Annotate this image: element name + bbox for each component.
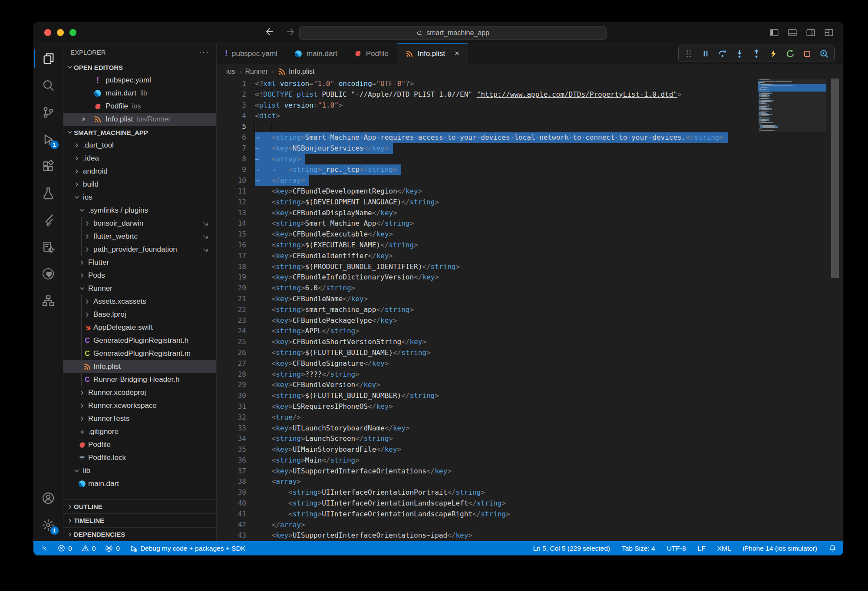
token: </ — [368, 230, 376, 238]
debug-stop-button[interactable] — [802, 49, 812, 59]
activity-source-control-button[interactable] — [34, 99, 63, 126]
status-tower[interactable]: 0 — [105, 545, 120, 552]
minimap[interactable] — [758, 79, 826, 131]
tree-item-Pods[interactable]: Pods — [63, 269, 216, 282]
minimize-window-icon[interactable] — [57, 29, 64, 36]
tree-item-.symlinks / plugins[interactable]: .symlinks / plugins — [63, 204, 216, 217]
activity-run-debug-button[interactable]: 1 — [34, 126, 63, 153]
tree-item-Base.lproj[interactable]: Base.lproj — [63, 308, 216, 321]
debug-step-into-button[interactable] — [735, 49, 744, 59]
tree-item-Runner.xcodeproj[interactable]: Runner.xcodeproj — [63, 386, 216, 399]
tree-item-Podfile.lock[interactable]: Podfile.lock — [63, 451, 216, 464]
status-label: 0 — [116, 545, 120, 552]
tab-main.dart[interactable]: main.dart — [286, 43, 346, 64]
zoom-window-icon[interactable] — [69, 29, 76, 36]
more-actions-icon[interactable]: ··· — [199, 48, 209, 57]
debug-pause-button[interactable] — [701, 49, 710, 59]
close-tab-icon[interactable]: × — [455, 49, 459, 58]
tree-item-flutter_webrtc[interactable]: flutter_webrtc — [63, 230, 216, 243]
tree-item-lib[interactable]: lib — [63, 464, 216, 477]
status-XML[interactable]: XML — [717, 545, 731, 552]
debug-restart-button[interactable] — [785, 49, 795, 59]
activity-explorer-button[interactable] — [34, 45, 63, 72]
section-timeline[interactable]: TIMELINE — [63, 513, 216, 527]
activity-github-button[interactable] — [34, 260, 63, 287]
status-LF[interactable]: LF — [698, 545, 706, 552]
activity-file-settings-button[interactable] — [34, 233, 63, 260]
activity-search-button[interactable] — [34, 72, 63, 99]
close-window-icon[interactable] — [44, 29, 51, 36]
tree-item-Podfile[interactable]: Podfile — [63, 438, 216, 451]
section-outline[interactable]: OUTLINE — [63, 499, 216, 513]
forward-arrow-icon[interactable] — [285, 26, 296, 37]
activity-settings-button[interactable]: 1 — [34, 512, 63, 538]
tree-item-Runner-Bridging-Header.h[interactable]: CRunner-Bridging-Header.h — [63, 373, 216, 386]
status-UTF-8[interactable]: UTF-8 — [667, 545, 686, 552]
back-arrow-icon[interactable] — [264, 26, 275, 37]
status-Tab Size: 4[interactable]: Tab Size: 4 — [622, 545, 655, 552]
tree-item-Runner[interactable]: Runner — [63, 282, 216, 295]
activity-flutter-button[interactable] — [34, 207, 63, 233]
open-editor-Info.plist[interactable]: ×Info.plistios/Runner — [63, 113, 216, 126]
activity-testing-button[interactable] — [34, 180, 63, 207]
breadcrumb-item[interactable]: ios — [226, 68, 235, 76]
activity-extensions-button[interactable] — [34, 153, 63, 180]
panel-bottom-icon[interactable] — [788, 28, 797, 37]
breadcrumb-item[interactable]: Runner — [245, 68, 267, 76]
panel-left-icon[interactable] — [769, 28, 779, 37]
section-dependencies[interactable]: DEPENDENCIES — [63, 527, 216, 541]
workspace-section[interactable]: SMART_MACHINE_APP — [63, 126, 216, 139]
activity-hierarchy-button[interactable] — [34, 287, 63, 314]
code-line-42: 42</array> — [217, 520, 843, 531]
debug-step-over-button[interactable] — [718, 49, 727, 59]
tab-Podfile[interactable]: Podfile — [346, 43, 397, 64]
tree-item-Flutter[interactable]: Flutter — [63, 256, 216, 269]
tree-item-main.dart[interactable]: main.dart — [63, 477, 216, 490]
tree-item-path_provider_foundation[interactable]: path_provider_foundation — [63, 243, 216, 256]
tree-item-AppDelegate.swift[interactable]: AppDelegate.swift — [63, 321, 216, 334]
status-error[interactable]: 0 — [58, 545, 72, 552]
breadcrumb-file[interactable]: Info.plist — [278, 68, 315, 76]
open-editors-section[interactable]: OPEN EDITORS — [63, 61, 216, 74]
tree-item-.idea[interactable]: .idea — [63, 152, 216, 165]
tree-item-Info.plist[interactable]: Info.plist — [63, 360, 216, 373]
file-path-desc: ios — [132, 102, 141, 110]
tree-item-.dart_tool[interactable]: .dart_tool — [63, 139, 216, 152]
tree-item-GeneratedPluginRegistrant.m[interactable]: CGeneratedPluginRegistrant.m — [63, 347, 216, 360]
tree-item-GeneratedPluginRegistrant.h[interactable]: CGeneratedPluginRegistrant.h — [63, 334, 216, 347]
debug-gripper-button[interactable] — [684, 49, 693, 59]
open-editor-Podfile[interactable]: Podfileios — [63, 100, 216, 113]
tree-item-ios[interactable]: ios — [63, 191, 216, 204]
tree-item-bonsoir_darwin[interactable]: bonsoir_darwin — [63, 217, 216, 230]
activity-account-button[interactable] — [34, 485, 63, 512]
tree-item-RunnerTests[interactable]: RunnerTests — [63, 412, 216, 425]
tree-item-.gitignore[interactable]: .gitignore — [63, 425, 216, 438]
status-iPhone 14 (ios simulator)[interactable]: iPhone 14 (ios simulator) — [743, 545, 817, 552]
debug-hot-reload-button[interactable] — [769, 49, 778, 59]
status-warning[interactable]: 0 — [82, 545, 96, 552]
close-icon[interactable]: × — [82, 115, 93, 123]
tree-item-build[interactable]: build — [63, 178, 216, 191]
panel-right-icon[interactable] — [806, 28, 815, 37]
open-editor-main.dart[interactable]: main.dartlib — [63, 87, 216, 100]
status-remote[interactable] — [40, 545, 48, 552]
tab-Info.plist[interactable]: Info.plist× — [397, 43, 468, 64]
status-debug[interactable]: Debug my code + packages + SDK — [129, 545, 245, 552]
code-editor[interactable]: 1<?xml version="1.0" encoding="UTF-8"?>2… — [217, 79, 843, 541]
tree-item-Runner.xcworkspace[interactable]: Runner.xcworkspace — [63, 399, 216, 412]
debug-step-out-button[interactable] — [752, 49, 761, 59]
tab-pubspec.yaml[interactable]: !pubspec.yaml — [217, 43, 286, 64]
tree-item-android[interactable]: android — [63, 165, 216, 178]
layout-grid-icon[interactable] — [824, 28, 834, 37]
token: > — [288, 316, 293, 325]
open-editor-pubspec.yaml[interactable]: !pubspec.yaml — [63, 74, 216, 87]
code-line-32: 32<true/> — [217, 412, 843, 423]
status-Ln 5, Col 5 (229 selected)[interactable]: Ln 5, Col 5 (229 selected) — [533, 545, 610, 552]
debug-inspector-button[interactable] — [819, 49, 829, 59]
scrollbar-thumb[interactable] — [831, 79, 839, 278]
token — [280, 101, 284, 109]
item-label: Base.lproj — [93, 310, 126, 319]
status-bell[interactable] — [829, 545, 836, 552]
command-center-search[interactable]: smart_machine_app — [299, 26, 607, 40]
tree-item-Assets.xcassets[interactable]: Assets.xcassets — [63, 295, 216, 308]
